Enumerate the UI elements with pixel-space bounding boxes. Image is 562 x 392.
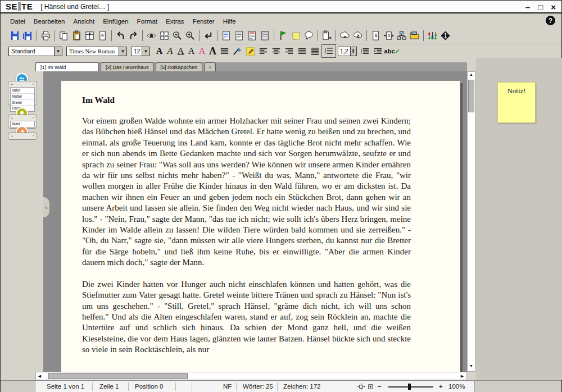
grow-font-button[interactable]: A [207, 46, 218, 56]
menu-hilfe[interactable]: Hilfe [223, 18, 236, 25]
doc-outline-red-icon[interactable] [246, 29, 259, 42]
italic-button[interactable]: A [165, 47, 175, 56]
clipboard-menu-icon[interactable] [320, 29, 333, 42]
format-painter-icon[interactable] [231, 44, 244, 58]
collapse-locations-button[interactable]: ^ [33, 116, 34, 120]
line-break-icon[interactable] [202, 29, 215, 42]
menu-format[interactable]: Format [137, 18, 157, 25]
vertical-scroll-thumb[interactable] [468, 80, 474, 112]
color-mixer-icon[interactable] [426, 29, 439, 42]
new-window-icon[interactable] [83, 29, 96, 42]
horizontal-scroll-thumb[interactable] [48, 373, 188, 379]
close-button[interactable]: × [551, 3, 556, 11]
menu-einfuegen[interactable]: Einfügen [103, 18, 128, 25]
document-area[interactable]: Im Wald Vor einem großen Walde wohnte ei… [43, 71, 467, 372]
collapse-objects-button[interactable]: ^ [33, 134, 34, 138]
align-left-icon[interactable] [257, 44, 270, 58]
add-character-button[interactable]: + [11, 83, 13, 86]
zoom-out-button[interactable]: − [378, 383, 382, 390]
sticky-note[interactable]: Notiz! [497, 82, 536, 123]
navigator-icon[interactable] [439, 29, 452, 42]
line-spacing-icon[interactable] [321, 44, 336, 58]
font-family-select[interactable]: Times New Roman▼ [66, 47, 127, 56]
page-preview-icon[interactable]: A [96, 29, 109, 42]
scroll-up-icon[interactable]: ▲ [468, 72, 475, 79]
save-icon[interactable] [8, 29, 21, 42]
justify-full-icon[interactable] [309, 44, 321, 58]
stepper-arrows-icon[interactable]: ▲▼ [350, 47, 356, 56]
font-color-button[interactable]: A [197, 47, 207, 56]
zoom-in-icon[interactable] [184, 29, 197, 42]
plain-style-button[interactable]: A [186, 47, 197, 56]
justify-icon[interactable] [296, 44, 309, 58]
margin-left-icon[interactable] [359, 44, 371, 58]
list-item[interactable]: Mutter [11, 94, 34, 100]
minimize-button[interactable]: – [525, 3, 530, 11]
indent-icon[interactable] [371, 44, 384, 58]
chevron-down-icon[interactable]: ▼ [142, 47, 149, 56]
collapse-characters-button[interactable]: ^ [33, 83, 34, 86]
paragraph-style-select[interactable]: Standard▼ [8, 47, 62, 56]
line-spacing-stepper[interactable]: 1,2 ▲▼ [338, 47, 357, 56]
help-button[interactable]: ? [546, 16, 555, 25]
menu-ansicht[interactable]: Ansicht [73, 18, 94, 25]
document-page[interactable]: Im Wald Vor einem großen Walde wohnte ei… [61, 81, 460, 372]
redo-icon[interactable] [127, 29, 140, 42]
insert-page-number-icon[interactable]: 1 [382, 29, 395, 42]
paragraph-marks-icon[interactable] [218, 44, 231, 58]
horizontal-scrollbar[interactable]: ◀ ▶ [35, 372, 467, 380]
word-count: Wörter: 25 [243, 383, 273, 390]
scroll-right-icon[interactable]: ▶ [459, 374, 466, 379]
chevron-down-icon[interactable]: ▼ [119, 47, 126, 56]
sticky-note-icon[interactable] [289, 29, 302, 42]
menu-fenster[interactable]: Fenster [193, 18, 215, 25]
copy-icon[interactable] [57, 29, 70, 42]
reading-mode-icon[interactable] [145, 29, 158, 42]
sync-cloud-icon[interactable] [338, 29, 351, 42]
fit-page-icon[interactable] [357, 383, 365, 391]
sidebar-collapse-handle[interactable]: ‹ [43, 197, 49, 217]
zoom-out-icon[interactable] [171, 29, 184, 42]
undo-icon[interactable] [114, 29, 127, 42]
bookmark-flag-icon[interactable] [277, 29, 289, 42]
doc-outline-icon[interactable] [233, 29, 246, 42]
paste-icon[interactable] [70, 29, 83, 42]
highlighter-icon[interactable] [244, 44, 257, 58]
list-item[interactable]: Vater [11, 88, 34, 94]
zoom-in-button[interactable]: + [439, 383, 443, 390]
project-folder-icon[interactable] [408, 29, 421, 42]
new-tab-button[interactable]: + [204, 62, 216, 71]
zoom-slider-thumb[interactable] [408, 384, 411, 390]
doc-outline-blue-icon[interactable] [220, 29, 233, 42]
print-icon[interactable] [39, 29, 52, 42]
add-location-button[interactable]: + [11, 116, 13, 120]
menu-extras[interactable]: Extras [166, 18, 184, 25]
maximize-button[interactable]: □ [538, 3, 543, 11]
zoom-slider[interactable] [388, 386, 433, 388]
align-center-icon[interactable] [270, 44, 283, 58]
tab-das-hexenhaus[interactable]: [2] Das Hexenhaus [101, 62, 154, 71]
tab-rotkaeppchen[interactable]: [5] Rotkäppchen [156, 62, 203, 71]
scroll-down-icon[interactable]: ▼ [468, 364, 475, 371]
menu-bearbeiten[interactable]: Bearbeiten [34, 18, 65, 25]
comment-bubble-icon[interactable] [302, 29, 315, 42]
vertical-scrollbar[interactable]: ▲ ▼ [467, 71, 475, 372]
bold-button[interactable]: A [154, 47, 165, 56]
tab-im-wald[interactable]: [1] Im Wald [35, 62, 99, 71]
doc-outline-gray-icon[interactable] [259, 29, 271, 42]
underline-button[interactable]: A [175, 47, 186, 56]
tile-windows-icon[interactable] [158, 29, 171, 42]
page-number-icon[interactable]: 1 [369, 29, 382, 42]
menu-datei[interactable]: Datei [10, 18, 25, 25]
fit-width-icon[interactable] [367, 383, 374, 391]
chevron-down-icon[interactable]: ▼ [54, 47, 62, 56]
add-object-button[interactable]: + [11, 134, 13, 138]
align-right-icon[interactable] [283, 44, 296, 58]
spellcheck-button[interactable]: abc✓ [384, 48, 400, 55]
org-chart-icon[interactable] [395, 29, 408, 42]
save-all-icon[interactable] [21, 29, 34, 42]
scroll-left-icon[interactable]: ◀ [36, 374, 43, 379]
brainstorm-icon[interactable] [351, 29, 364, 42]
list-item[interactable]: Gretel [11, 100, 34, 106]
font-size-select[interactable]: 12▼ [131, 47, 150, 56]
